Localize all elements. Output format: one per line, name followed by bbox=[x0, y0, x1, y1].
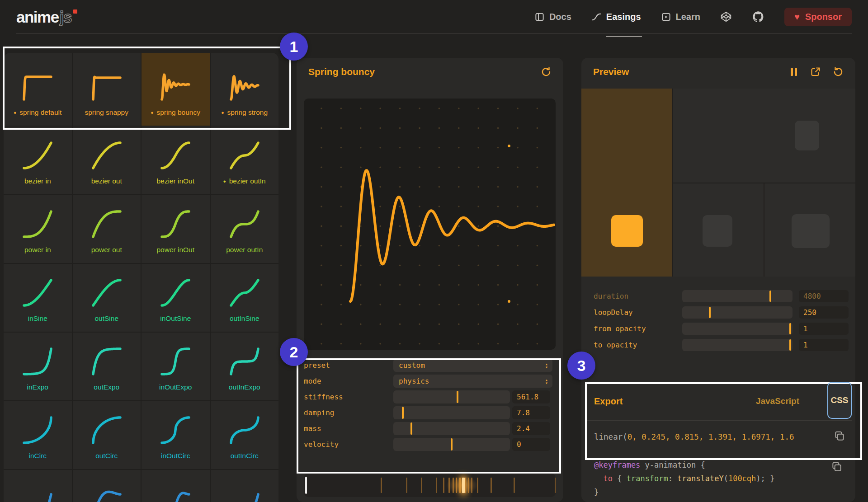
preset-cell[interactable]: •bezier outIn bbox=[211, 127, 279, 194]
timeline-cursor[interactable] bbox=[305, 477, 307, 494]
slider-value[interactable]: 1 bbox=[799, 339, 849, 351]
preset-cell[interactable]: bezier in bbox=[4, 127, 72, 194]
preset-cell[interactable]: inOutExpo bbox=[142, 333, 210, 400]
preset-cell[interactable]: power inOut bbox=[142, 195, 210, 263]
open-external-icon[interactable] bbox=[810, 66, 821, 77]
param-slider-velocity[interactable] bbox=[393, 438, 510, 451]
timeline-tick bbox=[465, 478, 466, 493]
preset-cell[interactable]: power out bbox=[73, 195, 141, 263]
preset-cell[interactable]: inSine bbox=[4, 264, 72, 332]
preset-label: outCirc bbox=[95, 452, 118, 460]
nav-item-easings[interactable]: Easings bbox=[591, 12, 641, 22]
animated-square-active bbox=[611, 215, 643, 247]
preset-cell[interactable]: inOutCirc bbox=[142, 401, 210, 469]
preview-slider-row: duration4800 bbox=[581, 290, 855, 302]
copy-icon[interactable] bbox=[834, 430, 845, 444]
tab-css[interactable]: CSS bbox=[827, 382, 852, 419]
preset-cell[interactable] bbox=[142, 470, 210, 502]
param-value[interactable]: 7.8 bbox=[512, 406, 550, 419]
timeline-tick bbox=[443, 478, 444, 493]
preset-cell[interactable] bbox=[4, 470, 72, 502]
slider-duration[interactable] bbox=[682, 290, 793, 302]
slider-thumb[interactable] bbox=[789, 339, 791, 351]
refresh-icon[interactable] bbox=[541, 66, 552, 77]
animejs-logo[interactable]: animejs bbox=[16, 9, 77, 25]
preset-cell[interactable]: •spring strong bbox=[211, 53, 279, 126]
slider-value[interactable]: 1 bbox=[799, 323, 849, 335]
logo-suffix: js bbox=[60, 9, 71, 25]
slider-thumb[interactable] bbox=[789, 323, 791, 334]
preset-label: •bezier outIn bbox=[223, 177, 266, 185]
preset-cell[interactable]: outInSine bbox=[211, 264, 279, 332]
slider-thumb[interactable] bbox=[451, 438, 453, 450]
slider-from-opacity[interactable] bbox=[682, 323, 793, 335]
preset-cell[interactable]: outInCirc bbox=[211, 401, 279, 469]
slider-thumb[interactable] bbox=[402, 407, 404, 419]
slider-thumb[interactable] bbox=[457, 391, 458, 403]
preset-cell[interactable]: bezier inOut bbox=[142, 127, 210, 194]
copy-icon[interactable] bbox=[831, 461, 843, 474]
param-slider-stiffness[interactable] bbox=[393, 390, 510, 403]
param-select-mode[interactable]: physics▴▾ bbox=[393, 375, 552, 388]
preset-dot-icon: • bbox=[151, 109, 154, 117]
preset-cell[interactable]: inOutSine bbox=[142, 264, 210, 332]
nav-item-docs[interactable]: Docs bbox=[534, 12, 571, 22]
easing-presets-grid: •spring defaultspring snappy•spring boun… bbox=[4, 53, 278, 502]
export-header: Export JavaScript bbox=[581, 382, 855, 420]
preset-cell[interactable]: outSine bbox=[73, 264, 141, 332]
logo-text: anime bbox=[16, 9, 59, 25]
sponsor-button[interactable]: ♥ Sponsor bbox=[784, 8, 852, 26]
preset-cell[interactable]: power in bbox=[4, 195, 72, 263]
replay-icon[interactable] bbox=[833, 66, 844, 77]
param-slider-damping[interactable] bbox=[393, 406, 510, 419]
slider-label: to opacity bbox=[594, 341, 682, 349]
preset-cell[interactable]: power outIn bbox=[211, 195, 279, 263]
param-label: stiffness bbox=[304, 393, 393, 401]
param-label: preset bbox=[304, 361, 393, 370]
github-icon[interactable] bbox=[752, 10, 764, 23]
preset-cell[interactable] bbox=[73, 470, 141, 502]
param-slider-mass[interactable] bbox=[393, 422, 510, 435]
pause-icon[interactable] bbox=[789, 67, 798, 77]
preset-label: inOutCirc bbox=[161, 452, 190, 460]
preset-cell[interactable]: bezier out bbox=[73, 127, 141, 194]
preset-cell-selected[interactable]: •spring bouncy bbox=[142, 53, 210, 126]
slider-thumb[interactable] bbox=[769, 291, 771, 302]
preset-cell[interactable] bbox=[211, 470, 279, 502]
param-value[interactable]: 2.4 bbox=[512, 422, 550, 435]
preset-label: outInSine bbox=[230, 314, 259, 323]
preview-header: Preview bbox=[581, 58, 855, 86]
param-select-preset[interactable]: custom▴▾ bbox=[393, 359, 552, 372]
slider-thumb[interactable] bbox=[410, 422, 412, 435]
param-value[interactable]: 561.8 bbox=[512, 390, 550, 403]
slider-value[interactable]: 4800 bbox=[799, 290, 849, 302]
tab-javascript[interactable]: JavaScript bbox=[756, 396, 799, 406]
easing-canvas[interactable] bbox=[304, 99, 556, 350]
preset-cell[interactable]: outExpo bbox=[73, 333, 141, 400]
top-nav: animejs Docs Easings Learn bbox=[0, 0, 868, 33]
nav-item-learn[interactable]: Learn bbox=[661, 12, 700, 22]
slider-thumb[interactable] bbox=[709, 307, 711, 318]
preset-label: outInExpo bbox=[229, 383, 260, 391]
slider-loopDelay[interactable] bbox=[682, 306, 793, 319]
codepen-icon[interactable] bbox=[720, 11, 732, 23]
preset-cell[interactable]: inExpo bbox=[4, 333, 72, 400]
slider-value[interactable]: 250 bbox=[799, 306, 849, 319]
preset-cell[interactable]: spring snappy bbox=[73, 53, 141, 126]
preview-slider-row: to opacity1 bbox=[581, 339, 855, 351]
preset-cell[interactable]: inCirc bbox=[4, 401, 72, 469]
slider-to-opacity[interactable] bbox=[682, 339, 793, 351]
preset-cell[interactable]: outInExpo bbox=[211, 333, 279, 400]
timeline-tick bbox=[555, 478, 556, 493]
select-arrows-icon: ▴▾ bbox=[545, 375, 548, 388]
preset-label: outExpo bbox=[94, 383, 119, 391]
preset-cell[interactable]: •spring default bbox=[4, 53, 72, 126]
param-row: velocity0 bbox=[304, 438, 556, 451]
timeline-scrubber[interactable] bbox=[304, 474, 556, 497]
preview-title: Preview bbox=[593, 66, 629, 77]
param-value[interactable]: 0 bbox=[512, 438, 550, 451]
preview-slider-row: loopDelay250 bbox=[581, 306, 855, 319]
param-row: modephysics▴▾ bbox=[304, 375, 556, 388]
preset-label: inOutSine bbox=[160, 314, 191, 323]
preset-cell[interactable]: outCirc bbox=[73, 401, 141, 469]
